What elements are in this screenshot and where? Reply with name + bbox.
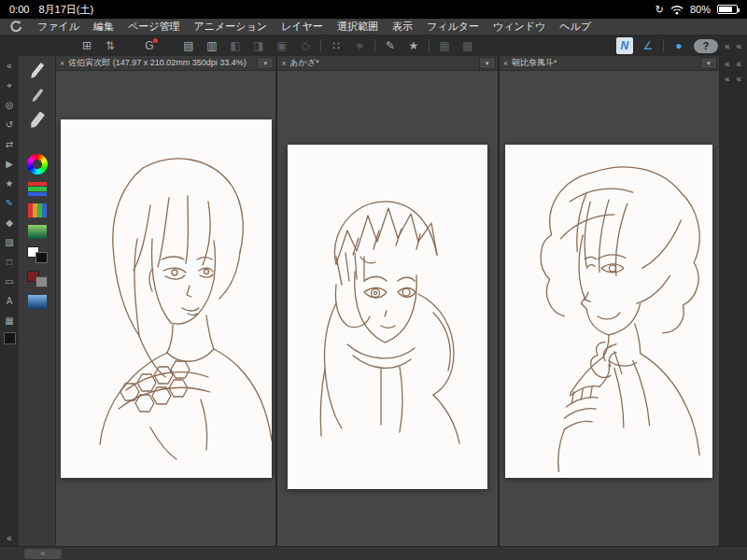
menu-selection[interactable]: 選択範囲: [337, 20, 378, 34]
prev-page-icon[interactable]: ◧: [227, 37, 244, 54]
drawing-canvas-2[interactable]: [288, 145, 487, 489]
menu-help[interactable]: ヘルプ: [559, 20, 591, 34]
current-color-swatch[interactable]: ■: [4, 332, 16, 344]
menu-filter[interactable]: フィルター: [427, 20, 479, 34]
magic-wand-tool-icon[interactable]: ★: [1, 175, 18, 191]
pattern-tool-icon[interactable]: ▦: [1, 313, 18, 329]
next-page-icon[interactable]: ◨: [250, 37, 267, 54]
expand-palette-icon[interactable]: «: [725, 59, 730, 69]
document-tab-1[interactable]: × 佐伯寅次郎 (147.97 x 210.02mm 350dpi 33.4%)…: [56, 56, 275, 71]
expand-palette-icon[interactable]: «: [737, 59, 742, 69]
tab-menu-button[interactable]: ▼: [479, 57, 496, 69]
text-tool-icon[interactable]: A: [1, 293, 18, 309]
close-icon[interactable]: ×: [60, 59, 64, 68]
snap-dots-icon[interactable]: ∷: [328, 37, 345, 54]
approximate-color-swatches[interactable]: [27, 271, 48, 287]
paint-icon[interactable]: ✎: [382, 37, 399, 54]
zoom-tool-icon[interactable]: ◎: [1, 97, 18, 113]
canvas-viewport-2: [277, 71, 497, 546]
fill-tool-icon[interactable]: ◆: [1, 215, 18, 231]
pencil-subtool-icon[interactable]: [29, 63, 44, 80]
expand-palette-icon[interactable]: «: [725, 74, 730, 84]
clip-studio-icon[interactable]: G: [141, 37, 158, 54]
clip-studio-paint-app: 0:00 8月17日(土) ↻ 80% ファイル 編集 ページ管理 アニメーショ…: [0, 0, 747, 560]
foreground-background-colors[interactable]: [27, 246, 48, 263]
keyframe-icon[interactable]: ◇: [297, 37, 314, 54]
flip-view-tool-icon[interactable]: ⇄: [1, 136, 18, 152]
pen-tool-icon[interactable]: ✎: [1, 195, 18, 211]
sketch-artwork-3: [505, 145, 712, 478]
ruler-snap-icon[interactable]: N: [616, 37, 633, 54]
document-title: 朝比奈風斗*: [512, 57, 697, 69]
collapse-left-icon: «: [40, 549, 45, 558]
color-sliders-icon[interactable]: [28, 182, 47, 196]
canvas-viewport-3: [500, 71, 719, 546]
menu-view[interactable]: 表示: [392, 20, 413, 34]
selection-tool-icon[interactable]: □: [1, 254, 18, 270]
help-button[interactable]: ?: [694, 39, 718, 53]
collapsed-palette-strip: « « « «: [719, 56, 747, 546]
wifi-icon: [670, 5, 684, 15]
close-icon[interactable]: ×: [503, 59, 508, 68]
collapse-right-icon[interactable]: «: [725, 41, 730, 51]
horizontal-scrollbar-thumb[interactable]: «: [24, 549, 62, 559]
document-panel-3: × 朝比奈風斗* ▼: [500, 56, 719, 546]
background-color-swatch[interactable]: [35, 252, 48, 263]
drawing-canvas-3[interactable]: [505, 145, 712, 478]
grid-b-icon[interactable]: ▩: [459, 37, 476, 54]
menu-layer[interactable]: レイヤー: [281, 20, 323, 34]
clip-studio-logo[interactable]: [9, 20, 23, 34]
notification-dot: [153, 38, 158, 43]
approx-color-b[interactable]: [35, 276, 48, 287]
grid-a-icon[interactable]: ▦: [436, 37, 453, 54]
color-wheel-icon[interactable]: [27, 154, 48, 175]
clip-studio-logo-icon: [9, 20, 23, 34]
status-date: 8月17日(土): [38, 3, 93, 17]
menu-animation[interactable]: アニメーション: [194, 20, 268, 34]
command-bar: ⊞ ⇅ G ▤ ▥ ◧ ◨ ▣ ◇ ∷ ∗ ✎ ★ ▦ ▩ N ∠ ● ? « …: [0, 35, 747, 56]
cursor-tool-icon[interactable]: ▶: [1, 156, 18, 172]
expand-palette-icon[interactable]: «: [737, 74, 742, 84]
menu-file[interactable]: ファイル: [37, 20, 79, 34]
battery-icon: [717, 5, 738, 14]
canvas-viewport-1: [56, 71, 275, 546]
document-tab-2[interactable]: × あかざ* ▼: [277, 56, 497, 71]
collapse-tools-icon[interactable]: «: [1, 58, 18, 74]
import-export-icon[interactable]: ⇅: [102, 37, 119, 54]
layout-grid-icon[interactable]: ⊞: [78, 37, 95, 54]
stylus-icon[interactable]: ●: [670, 37, 687, 54]
status-time: 0:00: [9, 4, 29, 15]
toolbar-separator: [429, 39, 430, 52]
toolbar-separator: [374, 39, 375, 52]
close-icon[interactable]: ×: [281, 59, 286, 68]
angle-snap-icon[interactable]: ∠: [640, 37, 656, 54]
gradient-blue-swatch-icon[interactable]: [28, 295, 47, 309]
gradient-green-swatch-icon[interactable]: [28, 225, 47, 239]
collapse-bottom-icon[interactable]: «: [1, 530, 18, 546]
document-panel-2: × あかざ* ▼: [277, 56, 497, 546]
auto-select-icon[interactable]: ★: [405, 37, 422, 54]
menu-edit[interactable]: 編集: [93, 20, 114, 34]
new-page-icon[interactable]: ▤: [180, 37, 197, 54]
brush-subtool-icon[interactable]: [29, 111, 46, 130]
select-tool-icon[interactable]: ⌖: [1, 77, 18, 93]
transform-icon[interactable]: ∗: [351, 37, 368, 54]
toolbar-separator: [663, 39, 664, 52]
document-tab-3[interactable]: × 朝比奈風斗* ▼: [500, 56, 719, 71]
gradient-tool-icon[interactable]: ▨: [1, 234, 18, 250]
document-area: × 佐伯寅次郎 (147.97 x 210.02mm 350dpi 33.4%)…: [56, 56, 719, 546]
tab-menu-button[interactable]: ▼: [257, 57, 274, 69]
tab-menu-button[interactable]: ▼: [700, 57, 717, 69]
drawing-canvas-1[interactable]: [61, 119, 272, 478]
stop-icon[interactable]: ▣: [274, 37, 290, 54]
rotate-view-tool-icon[interactable]: ↺: [1, 117, 18, 133]
collapse-right-icon[interactable]: «: [736, 41, 741, 51]
eyedropper-subtool-icon[interactable]: [31, 89, 44, 104]
menu-page-management[interactable]: ページ管理: [128, 20, 180, 34]
frame-tool-icon[interactable]: ▭: [1, 273, 18, 289]
subtool-column: [19, 56, 56, 546]
duplicate-page-icon[interactable]: ▥: [204, 37, 220, 54]
battery-percent: 80%: [690, 4, 711, 15]
color-set-icon[interactable]: [28, 203, 47, 217]
menu-window[interactable]: ウィンドウ: [493, 20, 545, 34]
